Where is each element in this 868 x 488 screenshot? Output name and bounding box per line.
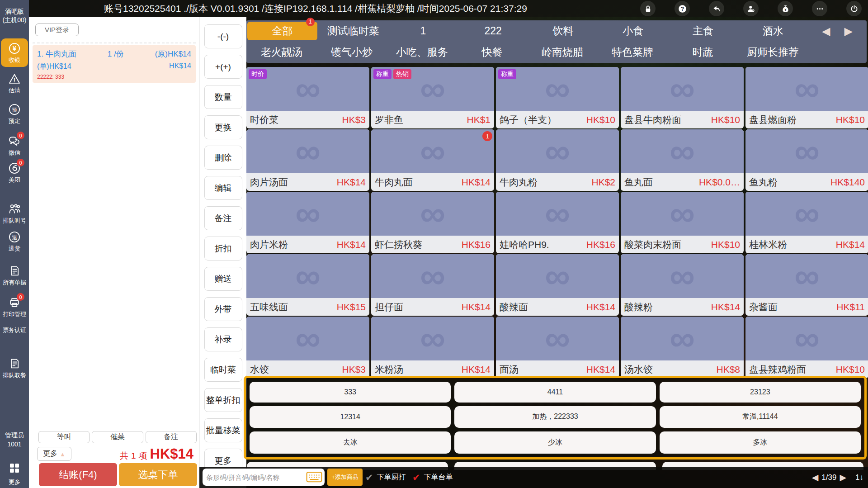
sidebar-item-票务认证[interactable]: 票务认证 xyxy=(0,325,29,334)
option-button-12314[interactable]: 12314 xyxy=(250,406,451,428)
action-button-整单折扣[interactable]: 整单折扣 xyxy=(204,388,242,412)
add-product-button[interactable]: +添加商品 xyxy=(327,469,363,486)
table-order-toggle[interactable]: 下单台单 xyxy=(412,467,453,488)
option-button-4411[interactable]: 4411 xyxy=(454,382,656,403)
option-button-少冰[interactable]: 少冰 xyxy=(454,431,656,454)
help-icon[interactable]: ? xyxy=(675,1,690,16)
option-button-去冰[interactable]: 去冰 xyxy=(250,431,451,454)
select-table-order-button[interactable]: 选桌下单 xyxy=(119,463,197,486)
category-tab-饮料[interactable]: 饮料 xyxy=(528,24,598,38)
kitchen-print-toggle[interactable]: 下单厨打 xyxy=(365,467,406,488)
menu-item-水饺[interactable]: 水饺HK$3 xyxy=(246,317,369,378)
search-input[interactable] xyxy=(206,474,306,481)
keyboard-icon[interactable] xyxy=(306,471,322,483)
menu-item-时价菜[interactable]: 时价时价菜HK$3 xyxy=(246,67,369,128)
action-button-编辑[interactable]: 编辑 xyxy=(204,176,242,200)
checkout-button[interactable]: 结账(F4) xyxy=(39,463,117,486)
menu-item-酸辣粉[interactable]: 酸辣粉HK$14 xyxy=(621,254,744,316)
menu-item-盘县燃面粉[interactable]: 盘县燃面粉HK$10 xyxy=(745,67,868,128)
user-switch-icon[interactable] xyxy=(743,1,759,16)
page-prev-icon[interactable] xyxy=(812,472,819,483)
menu-item-汤水饺[interactable]: 汤水饺HK$8 xyxy=(621,317,744,378)
action-button-补录[interactable]: 补录 xyxy=(204,327,242,351)
menu-item-担仔面[interactable]: 担仔面HK$14 xyxy=(371,254,494,316)
menu-item-鱼丸粉[interactable]: 鱼丸粉HK$140 xyxy=(745,129,868,191)
sidebar-item-排队取餐[interactable]: 排队取餐 xyxy=(0,357,29,379)
more-icon[interactable] xyxy=(812,1,827,16)
menu-item-酸辣面[interactable]: 酸辣面HK$14 xyxy=(496,254,619,316)
lock-icon[interactable] xyxy=(640,1,656,16)
menu-item-罗非鱼[interactable]: 称重热销罗非鱼HK$1 xyxy=(371,67,494,128)
option-button-常温,11144[interactable]: 常温,11144 xyxy=(660,406,861,428)
menu-item-桂林米粉[interactable]: 桂林米粉HK$14 xyxy=(745,192,868,253)
category-next-icon[interactable] xyxy=(844,25,853,38)
action-button-更换[interactable]: 更换 xyxy=(204,115,242,139)
order-action-备注[interactable]: 备注 xyxy=(146,431,197,443)
page-next-icon[interactable] xyxy=(840,472,846,483)
action-button-赠送[interactable]: 赠送 xyxy=(204,267,242,291)
action-button-备注[interactable]: 备注 xyxy=(204,206,242,230)
sidebar-item-收银[interactable]: ¥收银 xyxy=(1,38,28,67)
order-more-button[interactable]: 更多 xyxy=(37,447,71,461)
sidebar-item-打印管理[interactable]: 0打印管理 xyxy=(0,296,29,318)
sidebar-item-所有单据[interactable]: 所有单据 xyxy=(0,265,29,287)
category-tab-酒水[interactable]: 酒水 xyxy=(738,24,808,38)
option-button-多冰[interactable]: 多冰 xyxy=(660,431,861,454)
category-tab-主食[interactable]: 主食 xyxy=(668,24,738,38)
option-button-23123[interactable]: 23123 xyxy=(660,382,861,403)
menu-item-肉片汤面[interactable]: 肉片汤面HK$14 xyxy=(246,129,369,191)
sidebar-item-微信[interactable]: 0微信 xyxy=(0,135,29,157)
category-tab-小食[interactable]: 小食 xyxy=(598,24,668,38)
menu-item-鱼丸面[interactable]: 鱼丸面HK$0.0… xyxy=(621,129,744,191)
action-button-折扣[interactable]: 折扣 xyxy=(204,237,242,261)
order-item-row[interactable]: 1. 牛肉丸面1 /份(原)HK$14(单)HK$14HK$1422222: 3… xyxy=(33,45,196,83)
menu-item-米粉汤[interactable]: 米粉汤HK$14 xyxy=(371,317,494,378)
sidebar-item-美团[interactable]: 0美团 xyxy=(0,162,29,184)
sidebar-item-预定[interactable]: 预预定 xyxy=(0,103,29,125)
sidebar-more-button[interactable]: 更多 xyxy=(0,461,29,486)
menu-item-牛肉丸粉[interactable]: 牛肉丸粉HK$2 xyxy=(496,129,619,191)
action-button-删除[interactable]: 删除 xyxy=(204,146,242,170)
vip-login-button[interactable]: VIP登录 xyxy=(35,24,79,36)
option-button-333[interactable]: 333 xyxy=(250,382,451,403)
category-tab-镬气小炒[interactable]: 镬气小炒 xyxy=(316,45,387,59)
category-tab-小吃、服务[interactable]: 小吃、服务 xyxy=(387,45,457,59)
menu-item-面汤[interactable]: 面汤HK$14 xyxy=(496,317,619,378)
category-tab-特色菜牌[interactable]: 特色菜牌 xyxy=(597,45,667,59)
menu-item-牛肉丸面[interactable]: 1牛肉丸面HK$14 xyxy=(371,129,494,191)
menu-item-盘县牛肉粉面[interactable]: 盘县牛肉粉面HK$10 xyxy=(621,67,744,128)
category-tab-全部[interactable]: 全部1 xyxy=(247,22,317,40)
category-tab-老火靓汤[interactable]: 老火靓汤 xyxy=(246,45,316,59)
menu-item-五味线面[interactable]: 五味线面HK$15 xyxy=(246,254,369,316)
menu-item-肉片米粉[interactable]: 肉片米粉HK$14 xyxy=(246,192,369,253)
menu-item-酸菜肉末粉面[interactable]: 酸菜肉末粉面HK$10 xyxy=(621,192,744,253)
menu-item-杂酱面[interactable]: 杂酱面HK$11 xyxy=(745,254,868,316)
menu-item-虾仁捞秋葵[interactable]: 虾仁捞秋葵HK$16 xyxy=(371,192,494,253)
sidebar-item-估清[interactable]: !估清 xyxy=(0,72,29,95)
category-tab-时蔬[interactable]: 时蔬 xyxy=(668,45,738,59)
undo-icon[interactable] xyxy=(709,1,724,16)
category-tab-厨师长推荐[interactable]: 厨师长推荐 xyxy=(738,45,808,59)
sidebar-item-退货[interactable]: 退退货 xyxy=(0,231,29,253)
menu-item-盘县辣鸡粉面[interactable]: 盘县辣鸡粉面HK$10 xyxy=(745,317,868,378)
category-tab-1[interactable]: 1 xyxy=(388,25,458,37)
order-action-催菜[interactable]: 催菜 xyxy=(92,431,143,443)
category-tab-测试临时菜[interactable]: 测试临时菜 xyxy=(318,24,388,38)
money-bag-icon[interactable]: ¥ xyxy=(778,1,793,16)
category-tab-岭南烧腊[interactable]: 岭南烧腊 xyxy=(527,45,597,59)
power-icon[interactable] xyxy=(846,1,862,16)
category-tab-222[interactable]: 222 xyxy=(458,25,528,37)
category-tab-快餐[interactable]: 快餐 xyxy=(457,45,527,59)
sort-button[interactable]: 1↓ xyxy=(855,467,863,488)
action-button--(-)[interactable]: -(-) xyxy=(204,24,242,48)
menu-item-鸽子（半支）[interactable]: 称重鸽子（半支）HK$10 xyxy=(496,67,619,128)
action-button-+(+)[interactable]: +(+) xyxy=(204,55,242,79)
menu-item-娃哈哈PH9.[interactable]: 娃哈哈PH9.HK$16 xyxy=(496,192,619,253)
category-prev-icon[interactable] xyxy=(822,25,830,38)
action-button-批量移菜[interactable]: 批量移菜 xyxy=(204,418,242,442)
order-action-等叫[interactable]: 等叫 xyxy=(38,431,90,443)
action-button-外带[interactable]: 外带 xyxy=(204,297,242,321)
action-button-数量[interactable]: 数量 xyxy=(204,85,242,109)
action-button-临时菜[interactable]: 临时菜 xyxy=(204,358,242,382)
sidebar-item-排队叫号[interactable]: 排队叫号 xyxy=(0,203,29,225)
